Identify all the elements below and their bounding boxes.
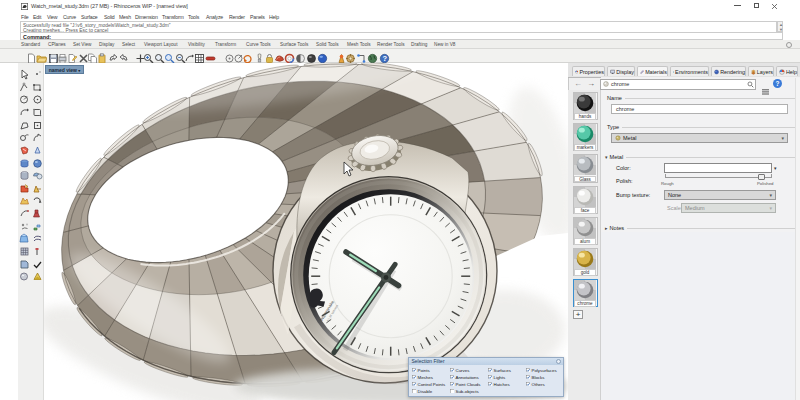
svg-text:?: ? — [382, 54, 387, 63]
